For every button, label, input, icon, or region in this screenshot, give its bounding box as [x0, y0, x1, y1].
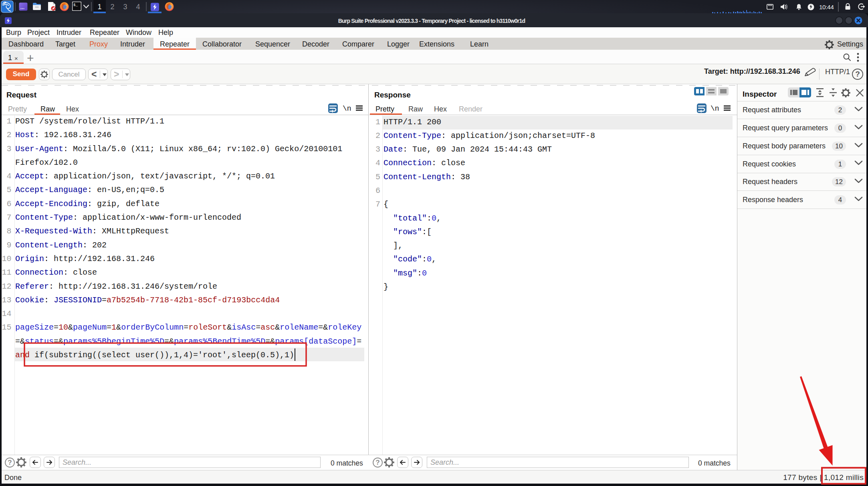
svg-text:$_: $_ — [73, 3, 78, 7]
